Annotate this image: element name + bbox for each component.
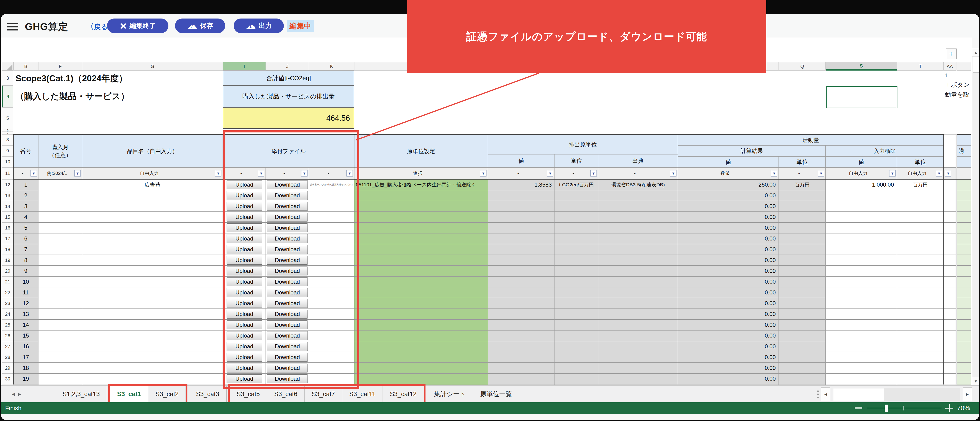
cell-row5[interactable] bbox=[598, 222, 678, 233]
dropdown-arrow-icon[interactable]: ▼ bbox=[670, 170, 676, 176]
cell-row13[interactable] bbox=[598, 309, 678, 319]
row-header-25[interactable]: 25 bbox=[2, 319, 13, 330]
download-button[interactable]: Download bbox=[267, 299, 308, 308]
cell-row11[interactable] bbox=[488, 287, 555, 298]
cell-row19[interactable] bbox=[956, 373, 971, 384]
cell-row12[interactable] bbox=[897, 298, 943, 309]
cell-row14[interactable] bbox=[82, 319, 223, 330]
cell-row5[interactable] bbox=[555, 222, 598, 233]
row-header-20[interactable]: 20 bbox=[2, 265, 13, 276]
horizontal-scroll-track[interactable] bbox=[833, 388, 960, 401]
cell-row5[interactable] bbox=[309, 222, 354, 233]
cell-row13[interactable] bbox=[309, 309, 354, 319]
cell-row13[interactable] bbox=[779, 309, 826, 319]
row-header-13[interactable]: 13 bbox=[2, 190, 13, 201]
cell-row9[interactable] bbox=[779, 265, 826, 276]
upload-button[interactable]: Upload bbox=[227, 288, 262, 297]
cell-row4[interactable] bbox=[38, 212, 82, 222]
upload-button[interactable]: Upload bbox=[227, 342, 262, 351]
filter-cell-3[interactable]: -▼ bbox=[223, 167, 266, 180]
header-activity-group[interactable]: 活動量 bbox=[678, 134, 943, 145]
row-header-21[interactable]: 21 bbox=[2, 276, 13, 287]
header-calc-group[interactable]: 計算結果 bbox=[678, 145, 826, 156]
cell-row18[interactable] bbox=[488, 363, 555, 373]
cell-row5[interactable] bbox=[943, 222, 956, 233]
cell-row6[interactable] bbox=[598, 233, 678, 244]
cell-row19[interactable] bbox=[82, 373, 223, 384]
cell-row5[interactable] bbox=[956, 222, 971, 233]
cell-row15[interactable] bbox=[82, 330, 223, 341]
row-header-23[interactable]: 23 bbox=[2, 298, 13, 309]
back-chevron-icon[interactable]: 〈 bbox=[86, 22, 94, 32]
cell-row7[interactable] bbox=[309, 244, 354, 255]
cell-row9[interactable] bbox=[488, 265, 555, 276]
cell-row15[interactable] bbox=[354, 330, 488, 341]
filter-cell-narrow[interactable]: ▼ bbox=[943, 167, 956, 180]
cell-row14[interactable] bbox=[555, 319, 598, 330]
cell-row3[interactable] bbox=[82, 201, 223, 212]
dropdown-arrow-icon[interactable]: ▼ bbox=[818, 170, 824, 176]
cell-row12[interactable]: 12 bbox=[13, 298, 38, 309]
cell-row3[interactable] bbox=[826, 201, 897, 212]
cell-row15[interactable] bbox=[956, 330, 971, 341]
cell-row11[interactable] bbox=[598, 287, 678, 298]
filter-cell-12[interactable]: 自由入力▼ bbox=[826, 167, 897, 180]
filter-cell-13[interactable]: 自由入力▼ bbox=[897, 167, 943, 180]
upload-button[interactable]: Upload bbox=[227, 245, 262, 254]
cell-row10[interactable] bbox=[779, 276, 826, 287]
row-header-11[interactable]: 11 bbox=[2, 167, 13, 180]
cell-row6[interactable] bbox=[488, 233, 555, 244]
cell-row2[interactable] bbox=[82, 190, 223, 201]
cell-row4[interactable] bbox=[779, 212, 826, 222]
dropdown-arrow-icon[interactable]: ▼ bbox=[771, 170, 777, 176]
cell-row7[interactable] bbox=[354, 244, 488, 255]
cell-row16[interactable] bbox=[354, 341, 488, 352]
upload-button[interactable]: Upload bbox=[227, 223, 262, 232]
cell-row3[interactable] bbox=[943, 201, 956, 212]
tab-S3_cat5[interactable]: S3_cat5 bbox=[230, 386, 267, 402]
total-value-cell[interactable]: 464.56 bbox=[223, 107, 354, 129]
cell-row10[interactable] bbox=[38, 276, 82, 287]
cell-row2[interactable] bbox=[897, 190, 943, 201]
active-cell-selection[interactable] bbox=[826, 86, 897, 108]
cell-row8[interactable] bbox=[779, 255, 826, 265]
cell-row6[interactable] bbox=[956, 233, 971, 244]
column-header-S[interactable]: S bbox=[826, 62, 897, 71]
cell-row9[interactable]: 0.00 bbox=[678, 265, 779, 276]
cell-row17[interactable] bbox=[826, 352, 897, 363]
cell-row13[interactable] bbox=[943, 309, 956, 319]
cell-row7[interactable] bbox=[943, 244, 956, 255]
dropdown-arrow-icon[interactable]: ▼ bbox=[74, 170, 81, 176]
filter-cell-2[interactable]: 自由入力▼ bbox=[82, 167, 223, 180]
zoom-level-label[interactable]: 70% bbox=[957, 404, 970, 412]
cell-row13[interactable] bbox=[488, 309, 555, 319]
cell-row11[interactable] bbox=[956, 287, 971, 298]
export-button[interactable]: ☁↓ 出力 bbox=[234, 19, 284, 33]
download-button[interactable]: Download bbox=[267, 353, 308, 362]
row-header-12[interactable]: 12 bbox=[2, 180, 13, 190]
cell-row9[interactable] bbox=[956, 265, 971, 276]
cell-row3[interactable] bbox=[488, 201, 555, 212]
row-header-24[interactable]: 24 bbox=[2, 309, 13, 319]
row-header-15[interactable]: 15 bbox=[2, 212, 13, 222]
total-header-cell[interactable]: 合計値[t-CO2eq] bbox=[223, 71, 354, 86]
cell-row17[interactable] bbox=[598, 352, 678, 363]
row-header-16[interactable]: 16 bbox=[2, 222, 13, 233]
cell-row10[interactable] bbox=[555, 276, 598, 287]
cell-row2[interactable] bbox=[779, 190, 826, 201]
cell-row9[interactable]: 9 bbox=[13, 265, 38, 276]
cell-row14[interactable] bbox=[897, 319, 943, 330]
cell-row12[interactable] bbox=[598, 298, 678, 309]
tab-S3_cat6[interactable]: S3_cat6 bbox=[267, 386, 305, 402]
cell-row5[interactable] bbox=[897, 222, 943, 233]
cell-row13[interactable] bbox=[956, 309, 971, 319]
tab-S3_cat2[interactable]: S3_cat2 bbox=[148, 386, 186, 402]
cell-row18[interactable] bbox=[779, 363, 826, 373]
cell-row10[interactable] bbox=[826, 276, 897, 287]
cell-row7[interactable] bbox=[488, 244, 555, 255]
tab-_[interactable]: 原単位一覧 bbox=[473, 386, 519, 402]
cell-row10[interactable] bbox=[488, 276, 555, 287]
cell-row11[interactable] bbox=[38, 287, 82, 298]
upload-button[interactable]: Upload bbox=[227, 299, 262, 308]
cell-row12[interactable] bbox=[354, 298, 488, 309]
